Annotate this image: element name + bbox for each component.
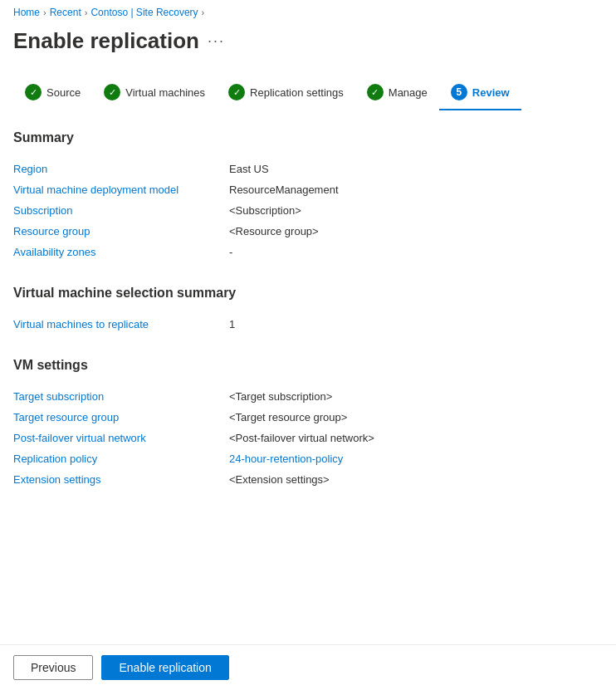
step-manage-label: Manage — [389, 86, 428, 99]
target-resource-group-label: Target resource group — [13, 407, 229, 428]
previous-button[interactable]: Previous — [13, 655, 93, 680]
breadcrumb-contoso-site-recovery[interactable]: Contoso | Site Recovery — [90, 7, 198, 18]
step-source-label: Source — [46, 86, 81, 99]
step-review-label: Review — [472, 86, 510, 99]
step-review-num: 5 — [451, 84, 467, 100]
table-row: Region East US — [13, 159, 603, 179]
step-source-check-icon: ✓ — [25, 84, 42, 100]
table-row: Resource group <Resource group> — [13, 221, 603, 242]
summary-deployment-model-value: ResourceManagement — [229, 179, 603, 200]
table-row: Availability zones - — [13, 242, 603, 262]
breadcrumb-recent[interactable]: Recent — [50, 7, 81, 18]
vm-replicate-label: Virtual machines to replicate — [13, 314, 229, 335]
breadcrumb-sep-1: › — [43, 7, 46, 17]
summary-region-label: Region — [13, 159, 229, 179]
breadcrumb-sep-3: › — [202, 7, 205, 17]
breadcrumb: Home › Recent › Contoso | Site Recovery … — [0, 0, 616, 25]
step-vm-check-icon: ✓ — [104, 84, 120, 100]
summary-title: Summary — [13, 130, 603, 145]
vm-settings-table: Target subscription <Target subscription… — [13, 386, 603, 490]
replication-policy-link[interactable]: 24-hour-retention-policy — [229, 453, 343, 465]
vm-selection-table: Virtual machines to replicate 1 — [13, 314, 603, 335]
summary-table: Region East US Virtual machine deploymen… — [13, 159, 603, 262]
enable-replication-button[interactable]: Enable replication — [101, 655, 228, 680]
vm-selection-title: Virtual machine selection summary — [13, 286, 603, 301]
extension-settings-value: <Extension settings> — [229, 469, 603, 490]
summary-availability-zones-value: - — [229, 242, 603, 262]
table-row: Virtual machine deployment model Resourc… — [13, 179, 603, 200]
summary-subscription-value: <Subscription> — [229, 200, 603, 221]
table-row: Post-failover virtual network <Post-fail… — [13, 428, 603, 448]
page-title-row: Enable replication ··· — [0, 25, 616, 67]
extension-settings-label: Extension settings — [13, 469, 229, 490]
table-row: Virtual machines to replicate 1 — [13, 314, 603, 335]
vm-settings-title: VM settings — [13, 358, 603, 373]
step-review[interactable]: 5 Review — [439, 77, 521, 110]
breadcrumb-home[interactable]: Home — [13, 7, 40, 18]
step-manage-check-icon: ✓ — [367, 84, 384, 100]
footer: Previous Enable replication — [0, 644, 616, 690]
more-options-icon[interactable]: ··· — [208, 32, 225, 50]
post-failover-network-label: Post-failover virtual network — [13, 428, 229, 448]
target-resource-group-value: <Target resource group> — [229, 407, 603, 428]
step-source[interactable]: ✓ Source — [13, 77, 92, 110]
summary-availability-zones-label: Availability zones — [13, 242, 229, 262]
table-row: Target resource group <Target resource g… — [13, 407, 603, 428]
table-row: Extension settings <Extension settings> — [13, 469, 603, 490]
target-subscription-label: Target subscription — [13, 386, 229, 407]
replication-policy-label: Replication policy — [13, 448, 229, 469]
table-row: Subscription <Subscription> — [13, 200, 603, 221]
step-manage[interactable]: ✓ Manage — [355, 77, 439, 110]
breadcrumb-sep-2: › — [85, 7, 88, 17]
wizard-steps: ✓ Source ✓ Virtual machines ✓ Replicatio… — [0, 67, 616, 110]
summary-resource-group-value: <Resource group> — [229, 221, 603, 242]
summary-region-value: East US — [229, 159, 603, 179]
step-virtual-machines[interactable]: ✓ Virtual machines — [92, 77, 217, 110]
table-row: Target subscription <Target subscription… — [13, 386, 603, 407]
summary-deployment-model-label: Virtual machine deployment model — [13, 179, 229, 200]
step-replication-label: Replication settings — [250, 86, 344, 99]
target-subscription-value: <Target subscription> — [229, 386, 603, 407]
table-row: Replication policy 24-hour-retention-pol… — [13, 448, 603, 469]
post-failover-network-value: <Post-failover virtual network> — [229, 428, 603, 448]
summary-resource-group-label: Resource group — [13, 221, 229, 242]
page-title: Enable replication — [13, 28, 199, 54]
step-vm-label: Virtual machines — [125, 86, 205, 99]
step-replication-check-icon: ✓ — [228, 84, 245, 100]
summary-subscription-label: Subscription — [13, 200, 229, 221]
vm-replicate-value: 1 — [229, 314, 603, 335]
replication-policy-value: 24-hour-retention-policy — [229, 448, 603, 469]
step-replication-settings[interactable]: ✓ Replication settings — [217, 77, 355, 110]
main-content: Summary Region East US Virtual machine d… — [0, 110, 616, 526]
